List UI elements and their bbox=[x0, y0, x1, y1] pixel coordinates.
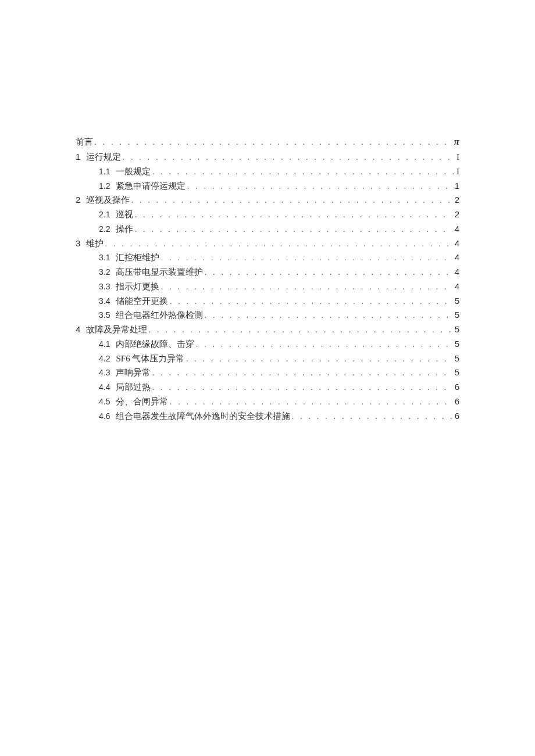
toc-number: 3.4 bbox=[99, 295, 110, 308]
toc-entry: 3.5组合电器红外热像检测5 bbox=[76, 308, 459, 323]
toc-leader-dots bbox=[184, 352, 452, 366]
toc-page-number: 5 bbox=[452, 308, 459, 323]
toc-title: 紧急申请停运规定 bbox=[116, 179, 186, 194]
toc-leader-dots bbox=[93, 135, 452, 149]
toc-entry: 2.1巡视2 bbox=[76, 207, 459, 222]
toc-page-number: 5 bbox=[452, 366, 459, 380]
toc-title: 分、合闸异常 bbox=[116, 395, 168, 409]
toc-leader-dots bbox=[168, 395, 452, 409]
toc-number: 1.2 bbox=[99, 180, 110, 193]
toc-number: 3.1 bbox=[99, 251, 110, 264]
toc-entry: 2巡视及操作2 bbox=[76, 193, 459, 207]
toc-page-number: 5 bbox=[452, 294, 459, 309]
toc-number: 2.2 bbox=[99, 223, 110, 236]
toc-number: 3 bbox=[76, 237, 80, 251]
toc-entry: 3.4储能空开更换5 bbox=[76, 294, 459, 309]
toc-page-number: 4 bbox=[452, 280, 459, 294]
toc-title: 运行规定 bbox=[86, 150, 121, 164]
toc-leader-dots bbox=[133, 222, 452, 237]
toc-page-number: 4 bbox=[452, 237, 459, 251]
toc-number: 4.2 bbox=[99, 352, 110, 366]
toc-number: 4.4 bbox=[99, 381, 110, 394]
toc-leader-dots bbox=[203, 265, 452, 280]
toc-number: 4 bbox=[76, 323, 80, 337]
toc-entry: 3.3指示灯更换4 bbox=[76, 280, 459, 294]
toc-number: 1 bbox=[76, 150, 80, 164]
toc-page-number: I bbox=[454, 150, 459, 164]
toc-leader-dots bbox=[147, 323, 452, 337]
toc-page-number: 2 bbox=[452, 193, 459, 207]
toc-title: 维护 bbox=[86, 237, 104, 251]
toc-leader-dots bbox=[186, 179, 452, 194]
toc-entry: 3.1汇控柜维护4 bbox=[76, 250, 459, 265]
toc-number: 3.2 bbox=[99, 266, 110, 279]
toc-entry: 前言π bbox=[76, 134, 459, 150]
toc-title: 指示灯更换 bbox=[116, 280, 159, 294]
toc-page-number: 5 bbox=[452, 323, 459, 337]
toc-page-number: I bbox=[454, 164, 459, 179]
toc-leader-dots bbox=[104, 237, 452, 251]
toc-page-number: 6 bbox=[452, 380, 459, 395]
toc-title: SF6 气体压力异常 bbox=[116, 352, 184, 366]
toc-number: 4.5 bbox=[99, 395, 110, 409]
toc-title: 组合电器红外热像检测 bbox=[116, 308, 203, 323]
toc-leader-dots bbox=[168, 294, 452, 309]
toc-number: 1.1 bbox=[99, 165, 110, 178]
toc-number: 2.1 bbox=[99, 208, 110, 221]
toc-title: 储能空开更换 bbox=[116, 294, 168, 309]
toc-page-number: 4 bbox=[452, 250, 459, 265]
toc-title: 声响异常 bbox=[116, 366, 151, 380]
toc-entry: 4故障及异常处理5 bbox=[76, 323, 459, 337]
toc-page-number: 4 bbox=[452, 265, 459, 280]
toc-title: 组合电器发生故障气体外逸时的安全技术措施 bbox=[116, 409, 290, 424]
toc-entry: 1.1一般规定I bbox=[76, 164, 459, 179]
toc-leader-dots bbox=[159, 280, 452, 294]
toc-title: 汇控柜维护 bbox=[116, 250, 159, 265]
toc-title: 一般规定 bbox=[116, 164, 151, 179]
document-page: 前言π1运行规定I1.1一般规定I1.2紧急申请停运规定12巡视及操作22.1巡… bbox=[0, 0, 535, 423]
toc-number: 2 bbox=[76, 193, 80, 207]
toc-leader-dots bbox=[290, 409, 452, 424]
toc-entry: 4.2SF6 气体压力异常5 bbox=[76, 352, 459, 366]
toc-title: 巡视及操作 bbox=[86, 193, 130, 207]
toc-title: 高压带电显示装置维护 bbox=[116, 265, 203, 280]
toc-leader-dots bbox=[133, 207, 452, 222]
toc-entry: 3.2高压带电显示装置维护4 bbox=[76, 265, 459, 280]
toc-entry: 2.2操作4 bbox=[76, 222, 459, 237]
toc-entry: 1.2紧急申请停运规定1 bbox=[76, 179, 459, 194]
toc-title: 内部绝缘故障、击穿 bbox=[116, 337, 194, 352]
toc-entry: 4.1内部绝缘故障、击穿5 bbox=[76, 337, 459, 352]
table-of-contents: 前言π1运行规定I1.1一般规定I1.2紧急申请停运规定12巡视及操作22.1巡… bbox=[76, 134, 459, 423]
toc-title: 故障及异常处理 bbox=[86, 323, 147, 337]
toc-number: 4.3 bbox=[99, 366, 110, 379]
toc-title: 前言 bbox=[76, 135, 93, 149]
toc-leader-dots bbox=[203, 308, 452, 323]
toc-title: 局部过热 bbox=[116, 380, 151, 395]
toc-page-number: π bbox=[452, 134, 459, 150]
toc-page-number: 6 bbox=[452, 395, 459, 409]
toc-leader-dots bbox=[121, 150, 454, 164]
toc-page-number: 2 bbox=[452, 207, 459, 222]
toc-leader-dots bbox=[130, 193, 452, 207]
toc-number: 3.3 bbox=[99, 280, 110, 293]
toc-page-number: 5 bbox=[452, 352, 459, 366]
toc-leader-dots bbox=[151, 366, 452, 380]
toc-entry: 4.3声响异常5 bbox=[76, 366, 459, 380]
toc-entry: 4.5分、合闸异常6 bbox=[76, 395, 459, 409]
toc-title: 巡视 bbox=[116, 207, 133, 222]
toc-leader-dots bbox=[194, 337, 452, 352]
toc-page-number: 6 bbox=[452, 409, 459, 424]
toc-entry: 4.4局部过热6 bbox=[76, 380, 459, 395]
toc-entry: 4.6组合电器发生故障气体外逸时的安全技术措施6 bbox=[76, 409, 459, 424]
toc-title: 操作 bbox=[116, 222, 133, 237]
toc-entry: 1运行规定I bbox=[76, 150, 459, 164]
toc-leader-dots bbox=[151, 380, 452, 395]
toc-number: 4.6 bbox=[99, 410, 110, 423]
toc-number: 3.5 bbox=[99, 309, 110, 322]
toc-leader-dots bbox=[159, 250, 452, 265]
toc-leader-dots bbox=[151, 164, 454, 179]
toc-page-number: 1 bbox=[452, 179, 459, 194]
toc-entry: 3维护4 bbox=[76, 237, 459, 251]
toc-number: 4.1 bbox=[99, 338, 110, 351]
toc-page-number: 4 bbox=[452, 222, 459, 237]
